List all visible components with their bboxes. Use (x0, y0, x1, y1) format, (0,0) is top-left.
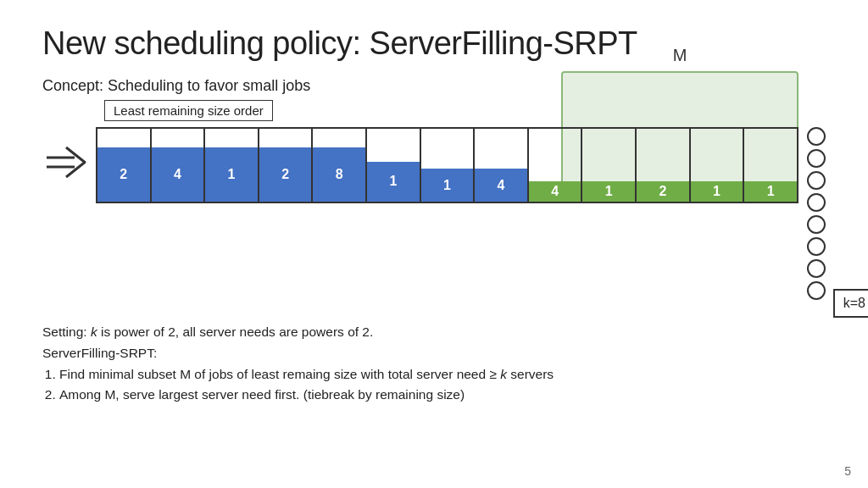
k-label: k=8 (833, 289, 868, 318)
job-cell-12: 1 (744, 129, 797, 202)
job-cell-8: 4 (529, 129, 583, 202)
job-bar-11: 1 (691, 181, 743, 202)
queue-arrow (42, 139, 89, 186)
diagram-area: Least remaining size order M 24128114412… (42, 107, 826, 303)
slide: New scheduling policy: ServerFilling-SRP… (0, 0, 868, 488)
right-arrow-icon (42, 139, 89, 186)
job-cell-1: 4 (152, 129, 206, 202)
job-cell-7: 4 (475, 129, 529, 202)
server-circle-4 (807, 215, 826, 234)
job-bar-6: 1 (421, 169, 474, 202)
job-cell-2: 1 (205, 129, 259, 202)
job-cell-10: 2 (637, 129, 691, 202)
job-bar-5: 1 (367, 162, 420, 202)
server-circle-0 (807, 127, 826, 146)
job-bar-4: 8 (313, 147, 365, 202)
bottom-text: Setting: k is power of 2, all server nee… (42, 322, 826, 406)
job-cell-6: 1 (421, 129, 476, 202)
server-circle-2 (807, 171, 826, 190)
page-number: 5 (844, 464, 851, 478)
steps-list: Find minimal subset M of jobs of least r… (59, 364, 826, 407)
job-cell-5: 1 (367, 129, 421, 202)
server-circle-1 (807, 149, 826, 168)
job-bar-9: 1 (582, 181, 635, 202)
server-circle-3 (807, 193, 826, 212)
server-circle-6 (807, 259, 826, 278)
policy-name: ServerFilling-SRPT: (42, 343, 826, 364)
server-circle-5 (807, 237, 826, 256)
server-circle-7 (807, 281, 826, 300)
m-label: M (673, 46, 687, 65)
queue-bar: 2412811441211 (96, 127, 798, 203)
job-cell-0: 2 (97, 129, 152, 202)
job-bar-8: 4 (529, 181, 581, 202)
step-2: Among M, serve largest server need first… (59, 385, 826, 406)
setting-text: Setting: k is power of 2, all server nee… (42, 322, 826, 343)
job-bar-3: 2 (259, 147, 312, 202)
job-cell-9: 1 (582, 129, 637, 202)
step-1: Find minimal subset M of jobs of least r… (59, 364, 826, 385)
job-cell-3: 2 (259, 129, 314, 202)
job-bar-12: 1 (744, 181, 797, 202)
job-bar-7: 4 (475, 169, 527, 202)
job-cell-11: 1 (691, 129, 745, 202)
slide-title: New scheduling policy: ServerFilling-SRP… (42, 25, 826, 62)
job-cell-4: 8 (313, 129, 367, 202)
job-bar-1: 4 (152, 147, 204, 202)
job-bar-0: 2 (97, 147, 150, 202)
job-bar-2: 1 (205, 147, 258, 202)
job-bar-10: 2 (637, 181, 689, 202)
circles-container: k=8 (807, 127, 826, 303)
label-box: Least remaining size order (104, 100, 273, 121)
queue-wrapper: Least remaining size order M 24128114412… (96, 107, 798, 203)
